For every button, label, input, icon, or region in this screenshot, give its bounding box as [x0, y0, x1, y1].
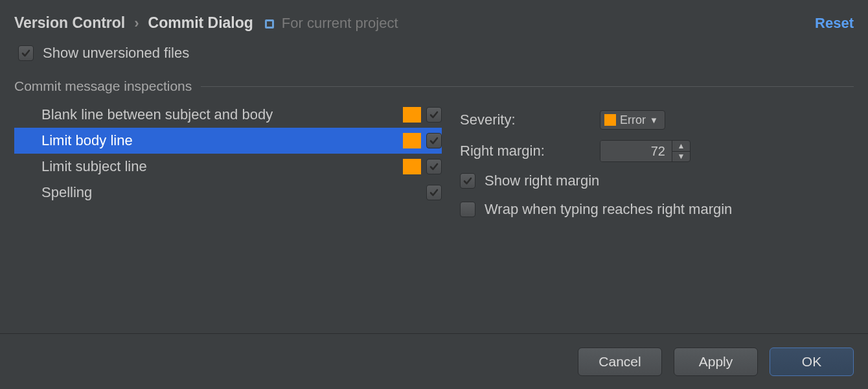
severity-dropdown[interactable]: Error ▼ [600, 110, 665, 130]
dialog-footer: Cancel Apply OK [0, 333, 868, 389]
breadcrumb-parent[interactable]: Version Control [14, 14, 125, 32]
stepper-down-icon[interactable]: ▼ [672, 152, 690, 162]
severity-label: Severity: [460, 112, 589, 128]
breadcrumb-scope: For current project [282, 15, 398, 32]
list-item[interactable]: Limit subject line [14, 154, 442, 180]
severity-swatch-icon [403, 159, 421, 174]
inspection-details: Severity: Error ▼ Right margin: ▲ ▼ Show… [460, 102, 854, 224]
wrap-checkbox[interactable] [460, 202, 475, 217]
show-right-margin-checkbox[interactable] [460, 173, 475, 189]
project-scope-icon [264, 18, 275, 29]
wrap-label: Wrap when typing reaches right margin [485, 201, 732, 218]
inspection-label: Spelling [14, 184, 403, 201]
section-title: Commit message inspections [14, 78, 192, 94]
apply-button[interactable]: Apply [674, 348, 758, 376]
inspection-checkbox[interactable] [426, 159, 442, 174]
inspection-label: Limit subject line [14, 158, 403, 175]
breadcrumb-current: Commit Dialog [148, 14, 253, 32]
list-item[interactable]: Spelling [14, 180, 442, 206]
section-divider [201, 86, 854, 87]
inspection-checkbox[interactable] [426, 107, 442, 123]
right-margin-input[interactable] [600, 141, 672, 161]
show-unversioned-label: Show unversioned files [43, 45, 189, 62]
right-margin-label: Right margin: [460, 143, 589, 159]
inspection-checkbox[interactable] [426, 133, 442, 148]
list-item[interactable]: Limit body line [14, 128, 442, 154]
breadcrumb: Version Control › Commit Dialog For curr… [0, 0, 868, 40]
inspection-label: Blank line between subject and body [14, 106, 403, 123]
stepper-up-icon[interactable]: ▲ [672, 141, 690, 152]
show-right-margin-label: Show right margin [485, 172, 599, 189]
inspection-checkbox[interactable] [426, 185, 442, 200]
severity-swatch-icon [403, 185, 421, 200]
inspection-label: Limit body line [14, 132, 403, 149]
right-margin-stepper[interactable]: ▲ ▼ [600, 140, 691, 162]
inspection-list: Blank line between subject and body Limi… [14, 102, 442, 206]
cancel-button[interactable]: Cancel [578, 348, 662, 376]
severity-color-icon [604, 114, 616, 126]
list-item[interactable]: Blank line between subject and body [14, 102, 442, 128]
severity-swatch-icon [403, 107, 421, 123]
severity-swatch-icon [403, 133, 421, 148]
ok-button[interactable]: OK [770, 348, 854, 376]
show-unversioned-checkbox[interactable] [18, 45, 34, 61]
svg-rect-1 [267, 21, 272, 27]
severity-value: Error [620, 113, 646, 127]
chevron-right-icon: › [131, 15, 141, 32]
chevron-down-icon: ▼ [650, 115, 658, 125]
reset-link[interactable]: Reset [815, 15, 854, 32]
